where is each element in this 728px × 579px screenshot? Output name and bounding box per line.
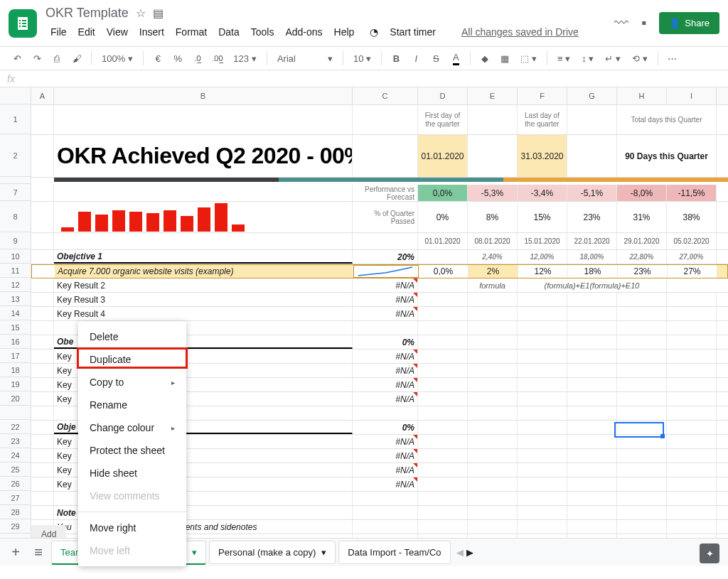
date[interactable]: 01.01.2020 [418,233,468,249]
row-header[interactable]: 23 [0,434,31,448]
menu-addons[interactable]: Add-ons [280,23,327,40]
last-day-value[interactable]: 31.03.2020 [518,135,567,177]
strike-button[interactable]: S [427,50,444,67]
date[interactable]: 08.01.2020 [468,233,518,249]
row-header[interactable]: 27 [0,491,31,505]
row-header[interactable]: 10 [0,249,31,264]
menu-view[interactable]: View [102,23,133,40]
increase-decimal-button[interactable]: .00̲ [209,50,226,67]
perf-val[interactable]: 0,0% [418,185,468,201]
row-header[interactable]: 19 [0,377,31,391]
ctx-duplicate[interactable]: Duplicate [78,348,186,371]
menu-timer[interactable]: Start timer [385,23,441,40]
sheet-next-button[interactable]: ▶ [466,547,473,558]
borders-button[interactable]: ▦ [496,50,513,67]
first-day-label[interactable]: First day of the quarter [418,105,468,134]
zoom-select[interactable]: 100% ▾ [97,52,137,65]
sheet-prev-button[interactable]: ◀ [456,547,464,558]
select-all-corner[interactable] [0,87,31,104]
percent-button[interactable]: % [169,50,186,67]
days-quarter[interactable]: 90 Days this Quarter [617,135,717,177]
activity-icon[interactable]: 〰 [614,15,628,31]
ctx-protect[interactable]: Protect the sheet [78,439,186,462]
italic-button[interactable]: I [407,50,424,67]
font-size-select[interactable]: 10 ▾ [349,52,375,65]
row-header[interactable]: 22 [0,420,31,434]
objective-example[interactable]: Acquire 7.000 organic website visits (ex… [55,265,353,278]
menu-file[interactable]: File [46,23,72,40]
perf-val[interactable]: -5,1% [567,185,617,201]
row-header[interactable] [0,406,31,420]
col-header[interactable]: E [468,87,518,104]
move-icon[interactable]: ▤ [153,6,164,20]
pct-val[interactable]: 38% [667,202,717,232]
menu-format[interactable]: Format [171,23,212,40]
ctx-change-colour[interactable]: Change colour▸ [78,416,186,439]
menu-help[interactable]: Help [329,23,360,40]
doc-title[interactable]: OKR Template [46,6,129,21]
redo-button[interactable]: ↷ [28,50,46,67]
row-header[interactable]: 18 [0,363,31,377]
row-header[interactable]: 12 [0,278,31,292]
pct-val[interactable]: 8% [468,202,518,232]
bold-button[interactable]: B [387,50,405,67]
add-sheet-button[interactable]: + [6,543,26,563]
menu-tools[interactable]: Tools [246,23,279,40]
row-header[interactable]: 15 [0,320,31,335]
currency-eur-button[interactable]: € [149,50,166,67]
date[interactable]: 29.01.2020 [617,233,667,249]
row-header[interactable]: 28 [0,505,31,519]
fill-color-button[interactable]: ◆ [476,50,493,67]
rotate-button[interactable]: ⟲ ▾ [628,52,652,65]
perf-label[interactable]: Performance vs Forecast [353,185,418,201]
ctx-hide[interactable]: Hide sheet [78,462,186,485]
font-select[interactable]: Arial ▾ [273,52,337,65]
pct-val[interactable]: 0% [418,202,468,232]
row-header[interactable] [0,177,31,184]
row-header[interactable]: 14 [0,306,31,320]
wrap-button[interactable]: ↵ ▾ [601,52,625,65]
row-header[interactable]: 16 [0,335,31,349]
col-header[interactable]: I [667,87,717,104]
row-header[interactable]: 7 [0,184,31,201]
print-button[interactable]: ⎙ [48,50,65,67]
app-logo[interactable] [9,9,37,38]
sheet-tab[interactable]: Personal (make a copy) ▾ [209,541,336,564]
row-header[interactable]: 24 [0,448,31,462]
pct-val[interactable]: 15% [518,202,567,232]
text-color-button[interactable]: A [447,50,464,67]
objective-pct[interactable]: 20% [353,250,418,264]
formula-bar[interactable]: fx [0,70,728,87]
sheet-tab[interactable]: Data Import - Team/Co [338,541,450,564]
total-days-label[interactable]: Total days this Quarter [617,105,717,134]
ctx-copy-to[interactable]: Copy to▸ [78,371,186,394]
row-header[interactable]: 8 [0,201,31,232]
save-status[interactable]: All changes saved in Drive [456,23,584,40]
objective-title[interactable]: Obejctive 1 [54,250,353,264]
row-header[interactable]: 1 [0,104,31,134]
explore-button[interactable]: ✦ [700,543,719,563]
date[interactable]: 15.01.2020 [518,233,567,249]
pct-quarter-label[interactable]: % of Quarter Passed [353,202,418,232]
decrease-decimal-button[interactable]: .0̲ [189,50,206,67]
col-header[interactable]: B [54,87,353,104]
all-sheets-button[interactable]: ≡ [28,543,48,563]
date[interactable]: 22.01.2020 [567,233,617,249]
last-day-label[interactable]: Last day of the quarter [518,105,567,134]
col-header[interactable]: G [567,87,617,104]
menu-edit[interactable]: Edit [73,23,100,40]
col-header[interactable]: D [418,87,468,104]
row-header[interactable]: 20 [0,391,31,406]
menu-insert[interactable]: Insert [134,23,169,40]
row-header[interactable]: 29 [0,519,31,534]
date[interactable]: 05.02.2020 [667,233,717,249]
row-header[interactable]: 13 [0,292,31,306]
row-header[interactable]: 25 [0,462,31,477]
timer-icon[interactable]: ◔ [365,23,383,40]
more-button[interactable]: ⋯ [664,50,681,67]
perf-val[interactable]: -11,5% [667,185,717,201]
merge-button[interactable]: ⬚ ▾ [516,52,541,65]
perf-val[interactable]: -3,4% [518,185,567,201]
row-header[interactable]: 11 [0,264,31,278]
col-header[interactable]: H [617,87,667,104]
